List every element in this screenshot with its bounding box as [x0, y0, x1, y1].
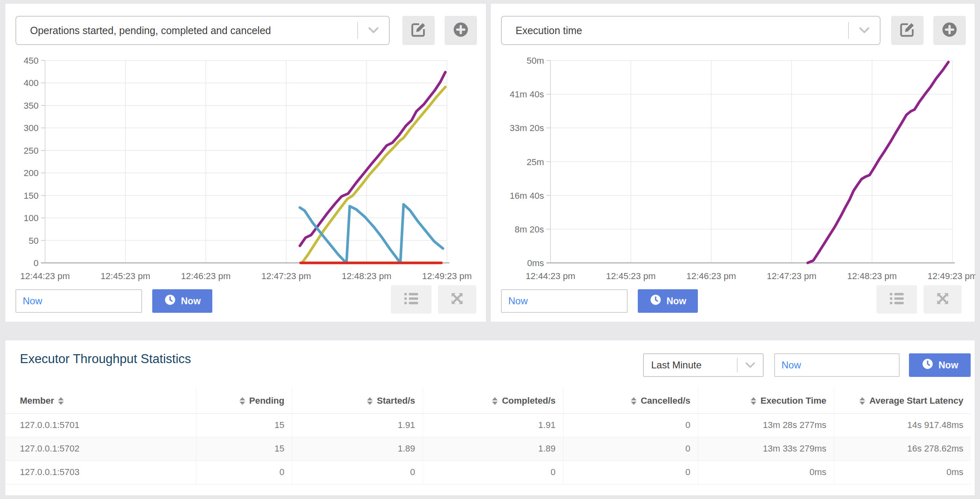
- now-button-label: Now: [939, 360, 958, 371]
- line-chart-svg: 12:44:23 pm12:45:23 pm12:46:23 pm12:47:2…: [491, 52, 976, 286]
- edit-chart-button[interactable]: [891, 16, 924, 45]
- series-line-started: [300, 72, 445, 246]
- series-line-pending: [300, 204, 443, 263]
- list-icon: [887, 289, 907, 310]
- series-list-button[interactable]: [876, 285, 917, 314]
- sort-arrows-icon: [240, 397, 245, 405]
- clock-icon: [922, 358, 934, 372]
- value-cell: 1.91: [423, 413, 563, 437]
- column-header-label: Member: [20, 396, 54, 406]
- x-axis-tick-label: 12:48:23 pm: [342, 271, 391, 281]
- y-axis-tick-label: 300: [24, 123, 39, 133]
- expand-arrows-icon: [934, 290, 951, 309]
- sort-arrows-icon: [58, 397, 64, 405]
- add-chart-button[interactable]: [933, 16, 966, 45]
- column-header-label: Cancelled/s: [641, 396, 690, 406]
- column-header-average-start-latency[interactable]: Average Start Latency: [834, 388, 971, 413]
- value-cell: 1.89: [423, 437, 563, 460]
- x-axis-tick-label: 12:46:23 pm: [686, 271, 736, 281]
- value-cell: 14s 917.48ms: [834, 413, 971, 437]
- y-axis-tick-label: 350: [24, 101, 39, 111]
- now-button[interactable]: Now: [638, 289, 698, 313]
- chevron-down-icon: [738, 362, 763, 368]
- y-axis-tick-label: 450: [24, 56, 39, 66]
- clock-icon: [164, 294, 176, 308]
- column-header-member[interactable]: Member: [5, 388, 196, 413]
- metric-select-value: Operations started, pending, completed a…: [16, 25, 357, 37]
- expand-chart-button[interactable]: [924, 285, 962, 314]
- value-cell: 0: [196, 460, 292, 484]
- y-axis-tick-label: 41m 40s: [510, 89, 544, 99]
- time-travel-input[interactable]: [774, 353, 900, 377]
- line-chart-svg: 12:44:23 pm12:45:23 pm12:46:23 pm12:47:2…: [5, 52, 487, 286]
- x-axis-tick-label: 12:49:23 pm: [422, 271, 472, 281]
- sort-arrows-icon: [492, 397, 498, 405]
- x-axis-tick-label: 12:48:23 pm: [847, 271, 897, 281]
- table-row: 127.0.0.1:570300000ms0ms: [5, 460, 971, 484]
- panel-title: Executor Throughput Statistics: [20, 352, 191, 366]
- y-axis-tick-label: 150: [24, 191, 39, 201]
- value-cell: 15: [196, 437, 292, 460]
- x-axis-tick-label: 12:44:23 pm: [526, 271, 575, 281]
- table-body: 127.0.0.1:5701151.911.91013m 28s 277ms14…: [5, 413, 971, 484]
- value-cell: 1.89: [292, 437, 423, 460]
- expand-chart-button[interactable]: [438, 285, 476, 314]
- column-header-pending[interactable]: Pending: [196, 388, 292, 413]
- value-cell: 0: [423, 460, 563, 484]
- now-button-label: Now: [667, 296, 686, 307]
- value-cell: 13m 33s 279ms: [698, 437, 834, 460]
- metric-select[interactable]: Operations started, pending, completed a…: [15, 16, 390, 45]
- edit-chart-button[interactable]: [402, 16, 435, 45]
- y-axis-tick-label: 200: [24, 168, 39, 178]
- member-cell: 127.0.0.1:5701: [5, 413, 196, 437]
- y-axis-tick-label: 8m 20s: [515, 224, 544, 234]
- now-button[interactable]: Now: [909, 353, 971, 377]
- x-axis-tick-label: 12:49:23 pm: [928, 271, 976, 281]
- time-travel-input[interactable]: [15, 289, 142, 313]
- value-cell: 0: [563, 437, 698, 460]
- sort-arrows-icon: [367, 397, 373, 405]
- add-chart-button[interactable]: [445, 16, 477, 45]
- sort-arrows-icon: [631, 397, 637, 405]
- execution-time-line-chart[interactable]: 12:44:23 pm12:45:23 pm12:46:23 pm12:47:2…: [491, 52, 976, 287]
- metric-select-value: Execution time: [502, 25, 848, 37]
- now-button-label: Now: [181, 296, 201, 307]
- value-cell: 0: [563, 413, 698, 437]
- member-cell: 127.0.0.1:5702: [5, 437, 196, 460]
- y-axis-tick-label: 0: [34, 258, 39, 268]
- table-row: 127.0.0.1:5702151.891.89013m 33s 279ms16…: [5, 437, 971, 460]
- y-axis-tick-label: 100: [24, 213, 39, 223]
- metric-select[interactable]: Execution time: [501, 16, 881, 45]
- column-header-cancelled-s[interactable]: Cancelled/s: [563, 388, 698, 413]
- column-header-label: Execution Time: [760, 396, 826, 406]
- table-row: 127.0.0.1:5701151.911.91013m 28s 277ms14…: [5, 413, 971, 437]
- y-axis-tick-label: 0ms: [527, 258, 544, 268]
- column-header-completed-s[interactable]: Completed/s: [423, 388, 563, 413]
- value-cell: 16s 278.62ms: [834, 437, 971, 460]
- executor-statistics-panel: Executor Throughput Statistics Last Minu…: [5, 340, 975, 496]
- value-cell: 13m 28s 277ms: [698, 413, 834, 437]
- value-cell: 0: [563, 460, 698, 484]
- value-cell: 0: [292, 460, 423, 484]
- y-axis-tick-label: 50m: [527, 56, 544, 66]
- series-line-execution-time: [808, 62, 949, 263]
- clock-icon: [650, 294, 662, 308]
- y-axis-tick-label: 25m: [527, 157, 544, 167]
- y-axis-tick-label: 400: [24, 78, 39, 88]
- y-axis-tick-label: 50: [29, 236, 39, 246]
- column-header-label: Completed/s: [502, 396, 555, 406]
- column-header-execution-time[interactable]: Execution Time: [698, 388, 834, 413]
- operations-line-chart[interactable]: 12:44:23 pm12:45:23 pm12:46:23 pm12:47:2…: [5, 52, 487, 287]
- sort-arrows-icon: [859, 397, 865, 405]
- time-travel-input[interactable]: [501, 289, 628, 313]
- time-range-value: Last Minute: [644, 359, 737, 371]
- time-range-select[interactable]: Last Minute: [643, 353, 764, 377]
- column-header-label: Average Start Latency: [869, 396, 963, 406]
- series-list-button[interactable]: [391, 285, 432, 314]
- x-axis-tick-label: 12:44:23 pm: [20, 271, 70, 281]
- now-button[interactable]: Now: [152, 289, 212, 313]
- edit-icon: [899, 21, 916, 40]
- x-axis-tick-label: 12:47:23 pm: [261, 271, 311, 281]
- column-header-started-s[interactable]: Started/s: [292, 388, 423, 413]
- value-cell: 0ms: [698, 460, 834, 484]
